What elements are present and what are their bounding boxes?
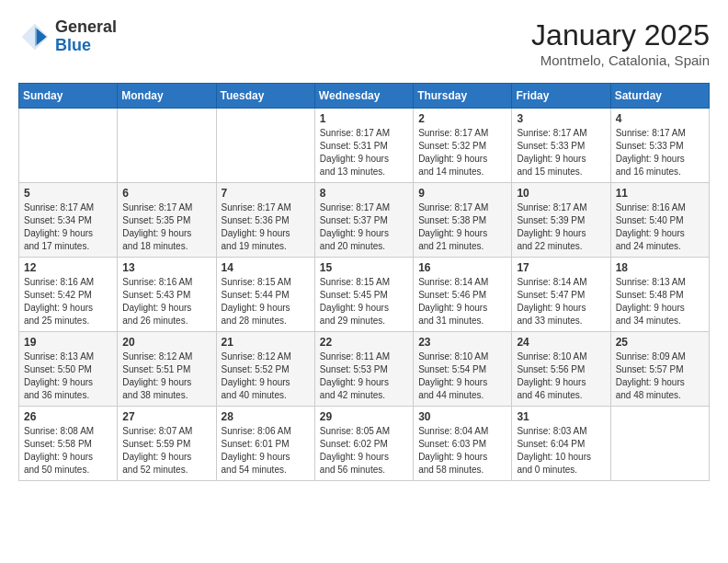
day-number: 11 [616,187,704,200]
calendar-cell [610,407,709,481]
calendar-cell: 25Sunrise: 8:09 AM Sunset: 5:57 PM Dayli… [610,332,709,407]
calendar-cell: 5Sunrise: 8:17 AM Sunset: 5:34 PM Daylig… [19,183,118,258]
day-info: Sunrise: 8:17 AM Sunset: 5:35 PM Dayligh… [122,201,210,253]
title-block: January 2025 Montmelo, Catalonia, Spain [531,18,710,68]
day-info: Sunrise: 8:17 AM Sunset: 5:37 PM Dayligh… [320,201,408,253]
day-info: Sunrise: 8:10 AM Sunset: 5:56 PM Dayligh… [517,350,605,402]
day-number: 20 [122,336,210,349]
day-number: 13 [122,261,210,274]
weekday-header-monday: Monday [118,84,216,109]
week-row-4: 19Sunrise: 8:13 AM Sunset: 5:50 PM Dayli… [19,332,710,407]
calendar-cell: 1Sunrise: 8:17 AM Sunset: 5:31 PM Daylig… [314,109,413,183]
day-number: 15 [320,261,408,274]
day-info: Sunrise: 8:12 AM Sunset: 5:52 PM Dayligh… [222,350,310,402]
day-info: Sunrise: 8:10 AM Sunset: 5:54 PM Dayligh… [418,350,506,402]
day-number: 5 [24,187,112,200]
day-info: Sunrise: 8:16 AM Sunset: 5:40 PM Dayligh… [616,201,704,253]
calendar-cell: 28Sunrise: 8:06 AM Sunset: 6:01 PM Dayli… [216,407,314,481]
day-number: 10 [517,187,605,200]
page-header: General Blue January 2025 Montmelo, Cata… [18,18,710,68]
day-number: 25 [616,336,704,349]
calendar-cell: 16Sunrise: 8:14 AM Sunset: 5:46 PM Dayli… [414,258,512,332]
calendar-cell: 4Sunrise: 8:17 AM Sunset: 5:33 PM Daylig… [610,109,709,183]
calendar-table: SundayMondayTuesdayWednesdayThursdayFrid… [18,83,710,481]
day-info: Sunrise: 8:06 AM Sunset: 6:01 PM Dayligh… [222,425,310,477]
calendar-cell: 23Sunrise: 8:10 AM Sunset: 5:54 PM Dayli… [414,332,512,407]
calendar-cell: 26Sunrise: 8:08 AM Sunset: 5:58 PM Dayli… [19,407,118,481]
calendar-cell: 13Sunrise: 8:16 AM Sunset: 5:43 PM Dayli… [118,258,216,332]
day-number: 8 [320,187,408,200]
calendar-cell: 27Sunrise: 8:07 AM Sunset: 5:59 PM Dayli… [118,407,216,481]
day-number: 21 [222,336,310,349]
calendar-cell: 10Sunrise: 8:17 AM Sunset: 5:39 PM Dayli… [512,183,610,258]
weekday-header-thursday: Thursday [414,84,512,109]
weekday-header-sunday: Sunday [19,84,118,109]
day-info: Sunrise: 8:16 AM Sunset: 5:42 PM Dayligh… [24,276,112,327]
calendar-cell: 22Sunrise: 8:11 AM Sunset: 5:53 PM Dayli… [314,332,413,407]
day-info: Sunrise: 8:17 AM Sunset: 5:32 PM Dayligh… [418,127,506,178]
logo: General Blue [18,18,117,55]
day-info: Sunrise: 8:17 AM Sunset: 5:36 PM Dayligh… [222,201,310,253]
day-info: Sunrise: 8:03 AM Sunset: 6:04 PM Dayligh… [517,425,605,477]
calendar-cell: 11Sunrise: 8:16 AM Sunset: 5:40 PM Dayli… [610,183,709,258]
day-info: Sunrise: 8:04 AM Sunset: 6:03 PM Dayligh… [418,425,506,477]
day-info: Sunrise: 8:13 AM Sunset: 5:48 PM Dayligh… [616,276,704,327]
logo-general-text: General [55,18,117,37]
calendar-cell: 17Sunrise: 8:14 AM Sunset: 5:47 PM Dayli… [512,258,610,332]
week-row-2: 5Sunrise: 8:17 AM Sunset: 5:34 PM Daylig… [19,183,710,258]
weekday-header-wednesday: Wednesday [314,84,413,109]
week-row-5: 26Sunrise: 8:08 AM Sunset: 5:58 PM Dayli… [19,407,710,481]
day-number: 7 [222,187,310,200]
day-number: 12 [24,261,112,274]
calendar-cell: 6Sunrise: 8:17 AM Sunset: 5:35 PM Daylig… [118,183,216,258]
day-number: 23 [418,336,506,349]
calendar-cell [118,109,216,183]
day-number: 28 [222,410,310,423]
day-info: Sunrise: 8:12 AM Sunset: 5:51 PM Dayligh… [122,350,210,402]
location-text: Montmelo, Catalonia, Spain [531,52,710,68]
weekday-header-tuesday: Tuesday [216,84,314,109]
calendar-cell: 18Sunrise: 8:13 AM Sunset: 5:48 PM Dayli… [610,258,709,332]
calendar-cell: 31Sunrise: 8:03 AM Sunset: 6:04 PM Dayli… [512,407,610,481]
day-info: Sunrise: 8:17 AM Sunset: 5:39 PM Dayligh… [517,201,605,253]
calendar-cell: 3Sunrise: 8:17 AM Sunset: 5:33 PM Daylig… [512,109,610,183]
calendar-cell: 30Sunrise: 8:04 AM Sunset: 6:03 PM Dayli… [414,407,512,481]
logo-blue-text: Blue [55,37,117,55]
day-number: 14 [222,261,310,274]
calendar-cell: 20Sunrise: 8:12 AM Sunset: 5:51 PM Dayli… [118,332,216,407]
day-info: Sunrise: 8:11 AM Sunset: 5:53 PM Dayligh… [320,350,408,402]
day-number: 24 [517,336,605,349]
day-number: 30 [418,410,506,423]
week-row-3: 12Sunrise: 8:16 AM Sunset: 5:42 PM Dayli… [19,258,710,332]
day-info: Sunrise: 8:17 AM Sunset: 5:38 PM Dayligh… [418,201,506,253]
calendar-cell [216,109,314,183]
logo-icon [18,20,51,53]
day-number: 19 [24,336,112,349]
day-number: 27 [122,410,210,423]
day-number: 22 [320,336,408,349]
day-info: Sunrise: 8:17 AM Sunset: 5:33 PM Dayligh… [616,127,704,178]
weekday-header-friday: Friday [512,84,610,109]
day-info: Sunrise: 8:15 AM Sunset: 5:44 PM Dayligh… [222,276,310,327]
day-number: 29 [320,410,408,423]
calendar-cell [19,109,118,183]
day-number: 9 [418,187,506,200]
day-number: 26 [24,410,112,423]
calendar-cell: 21Sunrise: 8:12 AM Sunset: 5:52 PM Dayli… [216,332,314,407]
calendar-cell: 12Sunrise: 8:16 AM Sunset: 5:42 PM Dayli… [19,258,118,332]
day-number: 31 [517,410,605,423]
day-number: 16 [418,261,506,274]
day-number: 1 [320,112,408,125]
day-number: 6 [122,187,210,200]
day-info: Sunrise: 8:17 AM Sunset: 5:31 PM Dayligh… [320,127,408,178]
calendar-cell: 2Sunrise: 8:17 AM Sunset: 5:32 PM Daylig… [414,109,512,183]
calendar-cell: 24Sunrise: 8:10 AM Sunset: 5:56 PM Dayli… [512,332,610,407]
day-info: Sunrise: 8:16 AM Sunset: 5:43 PM Dayligh… [122,276,210,327]
day-info: Sunrise: 8:07 AM Sunset: 5:59 PM Dayligh… [122,425,210,477]
day-info: Sunrise: 8:13 AM Sunset: 5:50 PM Dayligh… [24,350,112,402]
day-info: Sunrise: 8:15 AM Sunset: 5:45 PM Dayligh… [320,276,408,327]
day-number: 4 [616,112,704,125]
day-info: Sunrise: 8:05 AM Sunset: 6:02 PM Dayligh… [320,425,408,477]
logo-text: General Blue [55,18,117,55]
day-number: 2 [418,112,506,125]
